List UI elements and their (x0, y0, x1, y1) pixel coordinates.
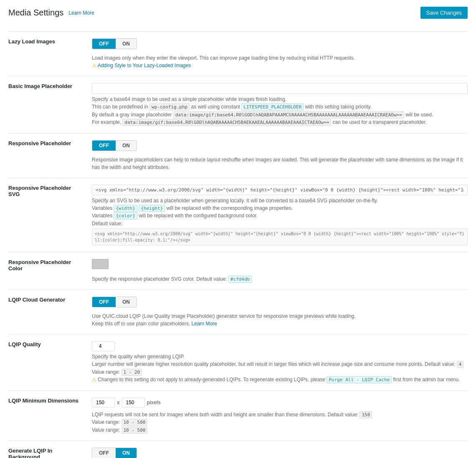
lqip-cloud-generator-desc: Use QUIC.cloud LQIP (Low Quality Image P… (92, 312, 468, 327)
lqip-cloud-generator-label: LQIP Cloud Generator (8, 290, 92, 334)
header-learn-more-link[interactable]: Learn More (68, 10, 94, 16)
lqip-quality-desc: Specify the quality when generating LQIP… (92, 353, 468, 384)
basic-image-placeholder-desc: Specify a base64 image to be used as a s… (92, 96, 468, 126)
responsive-placeholder-color-label: Responsive Placeholder Color (8, 252, 92, 290)
lqip-cloud-generator-off[interactable]: OFF (92, 297, 116, 307)
page-title: Media Settings (8, 8, 63, 18)
responsive-placeholder-desc: Responsive image placeholders can help t… (92, 156, 468, 171)
lqip-cloud-generator-row: LQIP Cloud Generator OFF ON Use QUIC.clo… (8, 289, 468, 334)
responsive-placeholder-svg-row: Responsive Placeholder SVG Specify an SV… (8, 178, 468, 252)
responsive-placeholder-off[interactable]: OFF (92, 141, 116, 151)
lqip-minimum-dimensions-content: x pixels LQIP requests will not be sent … (92, 391, 468, 441)
lqip-quality-content: Specify the quality when generating LQIP… (92, 335, 468, 390)
lqip-cloud-generator-content: OFF ON Use QUIC.cloud LQIP (Low Quality … (92, 290, 468, 334)
responsive-placeholder-svg-content: Specify an SVG to be used as a placehold… (92, 178, 468, 252)
lazy-load-images-desc: Load images only when they enter the vie… (92, 54, 468, 69)
responsive-placeholder-color-desc: Specify the responsive placeholder SVG c… (92, 275, 468, 283)
generate-lqip-background-off[interactable]: OFF (92, 448, 116, 458)
responsive-placeholder-svg-input[interactable] (92, 185, 468, 195)
lazy-load-images-off[interactable]: OFF (92, 39, 116, 49)
lqip-minimum-dimensions-desc: LQIP requests will not be sent for image… (92, 411, 468, 434)
generate-lqip-background-toggle[interactable]: OFF ON (92, 448, 137, 458)
lazy-load-images-toggle[interactable]: OFF ON (92, 38, 137, 49)
lqip-minimum-dimensions-label: LQIP Minimum Dimensions (8, 391, 92, 441)
generate-lqip-background-on[interactable]: ON (116, 448, 137, 458)
lqip-cloud-generator-on[interactable]: ON (116, 297, 137, 307)
responsive-placeholder-row: Responsive Placeholder OFF ON Responsive… (8, 133, 468, 178)
basic-image-placeholder-label: Basic Image Placeholder (8, 76, 92, 133)
generate-lqip-background-row: Generate LQIP In Background OFF ON Autom… (8, 440, 468, 458)
lqip-dimensions-group: x pixels (92, 398, 468, 408)
color-swatch[interactable] (92, 259, 109, 269)
responsive-placeholder-content: OFF ON Responsive image placeholders can… (92, 133, 468, 178)
basic-image-placeholder-row: Basic Image Placeholder Specify a base64… (8, 76, 468, 133)
lqip-minimum-dimensions-row: LQIP Minimum Dimensions x pixels LQIP re… (8, 390, 468, 441)
lqip-cloud-generator-link[interactable]: Learn More (192, 321, 217, 327)
lazy-load-images-row: Lazy Load Images OFF ON Load images only… (8, 31, 468, 76)
lqip-quality-input[interactable] (92, 341, 115, 351)
header-left: Media Settings Learn More (8, 8, 94, 18)
responsive-placeholder-toggle[interactable]: OFF ON (92, 140, 137, 151)
lazy-load-images-on[interactable]: ON (116, 39, 137, 49)
lazy-load-images-label: Lazy Load Images (8, 32, 92, 76)
lqip-cloud-generator-toggle[interactable]: OFF ON (92, 297, 137, 307)
basic-image-placeholder-content: Specify a base64 image to be used as a s… (92, 76, 468, 133)
lqip-min-width-input[interactable] (92, 398, 115, 408)
lqip-min-height-input[interactable] (122, 398, 145, 408)
dimensions-separator: x (117, 399, 120, 405)
lqip-quality-label: LQIP Quality (8, 335, 92, 390)
responsive-placeholder-svg-label: Responsive Placeholder SVG (8, 178, 92, 252)
generate-lqip-background-label: Generate LQIP In Background (8, 441, 92, 458)
responsive-placeholder-color-row: Responsive Placeholder Color Specify the… (8, 252, 468, 290)
save-changes-button[interactable]: Save Changes (420, 7, 468, 19)
lqip-quality-row: LQIP Quality Specify the quality when ge… (8, 334, 468, 390)
responsive-placeholder-color-content: Specify the responsive placeholder SVG c… (92, 252, 468, 290)
generate-lqip-background-content: OFF ON Automatically generate LQIP in th… (92, 441, 468, 458)
responsive-placeholder-label: Responsive Placeholder (8, 133, 92, 178)
dimensions-unit-label: pixels (147, 399, 161, 405)
responsive-placeholder-svg-desc: Specify an SVG to be used as a placehold… (92, 197, 468, 245)
lazy-load-images-content: OFF ON Load images only when they enter … (92, 32, 468, 76)
page-header: Media Settings Learn More Save Changes (8, 7, 468, 23)
lazy-load-images-link[interactable]: Adding Style to Your Lazy-Loaded Images (98, 63, 191, 68)
basic-image-placeholder-input[interactable] (92, 83, 468, 94)
responsive-placeholder-on[interactable]: ON (116, 141, 137, 151)
